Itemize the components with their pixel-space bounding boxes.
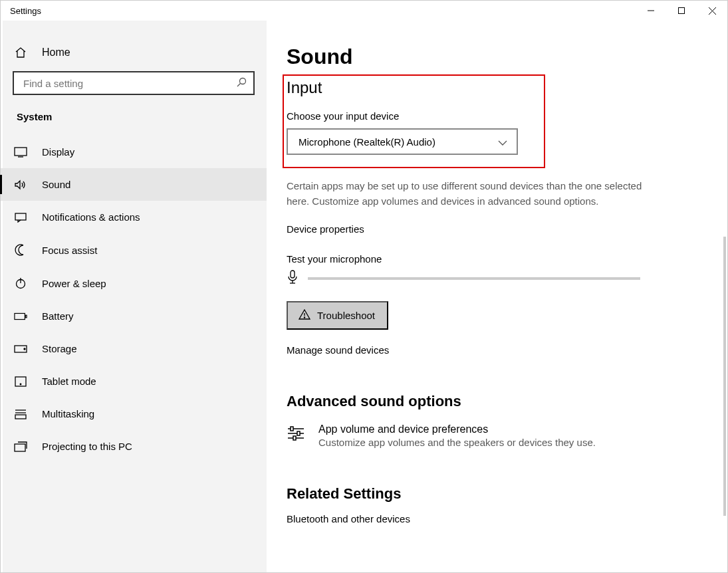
sidebar-item-power-sleep[interactable]: Power & sleep: [1, 267, 267, 300]
sidebar-item-label: Notifications & actions: [42, 211, 140, 223]
search-input[interactable]: [13, 71, 255, 95]
svg-rect-1: [679, 8, 685, 14]
related-heading: Related Settings: [287, 485, 727, 503]
sidebar-item-label: Multitasking: [42, 408, 94, 419]
svg-rect-6: [15, 148, 27, 156]
page-title: Sound: [287, 45, 727, 69]
sidebar-item-projecting[interactable]: Projecting to this PC: [1, 430, 267, 463]
home-button[interactable]: Home: [13, 37, 255, 71]
tablet-icon: [14, 376, 27, 387]
home-label: Home: [42, 47, 70, 58]
focus-assist-icon: [14, 244, 27, 256]
svg-rect-20: [15, 444, 25, 451]
sidebar-item-tablet-mode[interactable]: Tablet mode: [1, 365, 267, 398]
close-button[interactable]: [697, 1, 727, 21]
sidebar-item-label: Power & sleep: [42, 278, 106, 289]
svg-rect-19: [15, 415, 26, 419]
sidebar-item-sound[interactable]: Sound: [1, 168, 267, 201]
projecting-icon: [14, 441, 27, 452]
notifications-icon: [14, 212, 27, 223]
sidebar: Home System Display: [1, 21, 267, 572]
bluetooth-link[interactable]: Bluetooth and other devices: [287, 513, 727, 524]
svg-point-16: [20, 384, 21, 385]
sidebar-item-notifications[interactable]: Notifications & actions: [1, 201, 267, 233]
search-icon: [236, 77, 247, 90]
input-heading: Input: [287, 78, 537, 97]
sidebar-item-battery[interactable]: Battery: [1, 300, 267, 332]
input-description: Certain apps may be set up to use differ…: [287, 179, 659, 209]
maximize-button[interactable]: [666, 1, 697, 21]
advanced-heading: Advanced sound options: [287, 393, 727, 410]
sidebar-item-storage[interactable]: Storage: [1, 332, 267, 365]
test-mic-label: Test your microphone: [287, 253, 727, 265]
dropdown-value: Microphone (Realtek(R) Audio): [299, 136, 435, 148]
minimize-button[interactable]: [636, 1, 666, 21]
home-icon: [14, 46, 27, 59]
svg-line-5: [237, 83, 241, 86]
category-heading: System: [13, 95, 255, 132]
nav-list: Display Sound Notifications & actions: [1, 136, 267, 463]
scrollbar[interactable]: [723, 237, 726, 516]
input-device-dropdown[interactable]: Microphone (Realtek(R) Audio): [287, 128, 518, 155]
display-icon: [14, 147, 27, 158]
titlebar: Settings: [1, 1, 727, 21]
mic-level-row: [287, 270, 727, 286]
svg-rect-12: [25, 315, 27, 318]
window-controls: [636, 1, 727, 21]
sidebar-item-label: Focus assist: [42, 245, 97, 256]
power-icon: [14, 277, 27, 289]
svg-rect-27: [291, 427, 293, 431]
svg-rect-21: [291, 271, 295, 278]
svg-point-25: [304, 317, 304, 318]
storage-icon: [14, 345, 27, 353]
sidebar-item-label: Tablet mode: [42, 376, 96, 387]
input-section-highlight: Input Choose your input device Microphon…: [283, 74, 545, 168]
svg-point-14: [24, 348, 25, 350]
sidebar-item-multitasking[interactable]: Multitasking: [1, 398, 267, 430]
choose-input-label: Choose your input device: [287, 110, 537, 122]
manage-sound-devices-link[interactable]: Manage sound devices: [287, 344, 727, 356]
troubleshoot-button[interactable]: Troubleshoot: [287, 301, 388, 330]
main-content: Sound Input Choose your input device Mic…: [267, 21, 727, 572]
sidebar-item-focus-assist[interactable]: Focus assist: [1, 233, 267, 267]
battery-icon: [14, 312, 27, 320]
svg-rect-11: [15, 313, 25, 319]
mic-level-bar: [308, 277, 640, 280]
sidebar-item-label: Display: [42, 146, 74, 158]
sidebar-item-label: Projecting to this PC: [42, 441, 132, 452]
app-volume-preferences[interactable]: App volume and device preferences Custom…: [287, 423, 727, 448]
microphone-icon: [287, 270, 299, 286]
svg-rect-31: [293, 436, 296, 440]
chevron-down-icon: [498, 136, 507, 148]
pref-title: App volume and device preferences: [318, 423, 596, 435]
sound-icon: [14, 179, 27, 190]
svg-rect-8: [15, 213, 26, 220]
window-title: Settings: [1, 6, 41, 16]
sliders-icon: [287, 426, 305, 448]
sidebar-item-label: Sound: [42, 179, 70, 190]
sidebar-item-display[interactable]: Display: [1, 136, 267, 168]
sidebar-item-label: Battery: [42, 310, 74, 322]
multitasking-icon: [14, 409, 27, 419]
device-properties-link[interactable]: Device properties: [287, 223, 727, 235]
svg-rect-29: [297, 431, 300, 435]
troubleshoot-label: Troubleshoot: [317, 310, 375, 321]
sidebar-item-label: Storage: [42, 343, 77, 354]
warning-icon: [299, 309, 310, 322]
pref-desc: Customize app volumes and the speakers o…: [318, 437, 596, 448]
svg-point-4: [240, 78, 246, 84]
search-field[interactable]: [23, 78, 236, 89]
